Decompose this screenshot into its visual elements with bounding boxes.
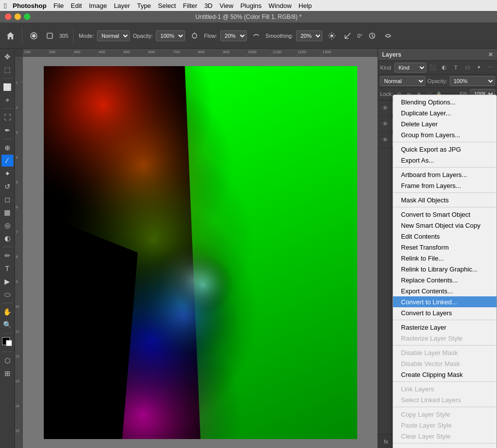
kind-select[interactable]: Kind [395,63,426,73]
context-menu-item-paste-layer-style: Paste Layer Style [393,420,497,431]
menu-select[interactable]: Select [158,2,176,9]
rectangular-marquee-tool[interactable]: ⬜ [1,81,13,93]
add-style-icon[interactable]: fx [381,437,391,447]
clone-stamp-tool[interactable]: ✦ [1,168,13,179]
brush-icon[interactable] [27,29,40,42]
shape-tool[interactable]: ⬭ [1,288,13,300]
svg-text:2: 2 [16,106,18,109]
context-menu-item-artboard-from-layers-[interactable]: Artboard from Layers... [393,169,497,180]
pen-tool[interactable]: ✏ [1,250,13,262]
opacity-select[interactable]: 100% [156,30,185,41]
maximize-button[interactable] [24,13,30,20]
layer-eye-2[interactable]: 👁 [381,120,389,128]
svg-text:5: 5 [16,180,18,184]
context-menu-item-export-contents-[interactable]: Export Contents... [393,285,497,296]
context-menu-item-export-as-[interactable]: Export As... [393,155,497,166]
context-menu-item-convert-to-smart-object[interactable]: Convert to Smart Object [393,209,497,220]
menu-help[interactable]: Help [298,2,312,9]
type-filter-icon[interactable]: T [451,63,461,73]
svg-text:100: 100 [24,50,31,54]
context-menu-item-convert-to-layers[interactable]: Convert to Layers [393,307,497,318]
context-menu-item-quick-export-as-jpg[interactable]: Quick Export as JPG [393,144,497,155]
main-canvas[interactable] [44,66,357,439]
blend-mode-select[interactable]: Normal [380,76,425,86]
spot-healing-tool[interactable]: ⊕ [1,142,13,154]
context-menu-item-duplicate-layer-[interactable]: Duplicate Layer... [393,107,497,118]
smoothing-icon[interactable] [250,29,263,42]
context-menu-item-convert-to-linked-[interactable]: Convert to Linked... [393,296,497,307]
crop-tool[interactable]: ⛶ [1,111,13,123]
more-icon[interactable]: ⋯ [485,63,495,73]
layer-eye-3[interactable]: 👁 [381,136,389,144]
layer-eye-1[interactable]: 👁 [381,104,389,112]
minimize-button[interactable] [14,13,21,20]
brush-settings-icon[interactable] [43,29,56,42]
context-menu-item-rasterize-layer[interactable]: Rasterize Layer [393,322,497,333]
wacom-icon[interactable] [382,29,395,42]
context-menu-item-edit-contents[interactable]: Edit Contents [393,231,497,242]
menu-file[interactable]: File [53,2,64,9]
context-menu-item-create-clipping-mask[interactable]: Create Clipping Mask [393,369,497,380]
svg-point-3 [193,33,197,38]
shape-filter-icon[interactable]: ⬭ [462,63,472,73]
menu-3d[interactable]: 3D [204,2,213,9]
smoothing-label: Smoothing: [266,33,294,39]
gradient-tool[interactable]: ▦ [1,206,13,218]
eraser-tool[interactable]: ◻ [1,193,13,205]
panel-close-icon[interactable]: ✕ [488,51,493,58]
pixel-filter-icon[interactable]: ⬛ [428,63,438,73]
menu-view[interactable]: View [219,2,233,9]
dodge-tool[interactable]: ◐ [1,232,13,244]
close-button[interactable] [5,13,11,20]
opacity-select[interactable]: 100% [450,76,495,86]
zoom-tool[interactable]: 🔍 [1,319,13,331]
blur-tool[interactable]: ◎ [1,219,13,231]
menu-type[interactable]: Type [137,2,151,9]
context-menu-item-group-from-layers-[interactable]: Group from Layers... [393,129,497,140]
menu-layer[interactable]: Layer [114,2,130,9]
flow-select[interactable]: 20% [220,30,247,41]
angle-icon[interactable] [341,29,354,42]
app-name[interactable]: Photoshop [12,2,46,9]
menu-image[interactable]: Image [89,2,107,9]
settings-icon[interactable] [325,29,338,42]
foreground-background-colors[interactable] [1,336,14,349]
context-menu-item-frame-from-layers-[interactable]: Frame from Layers... [393,180,497,191]
context-menu-item-mask-all-objects[interactable]: Mask All Objects [393,194,497,205]
brush-size-label: 305 [59,33,68,39]
menu-window[interactable]: Window [269,2,292,9]
airbrush-icon[interactable] [188,29,201,42]
hand-tool[interactable]: ✋ [1,306,13,318]
move-tool[interactable]: ✥ [1,51,13,63]
menu-filter[interactable]: Filter [183,2,198,9]
context-menu-item-new-smart-object-via-copy[interactable]: New Smart Object via Copy [393,220,497,231]
menu-plugins[interactable]: Plugins [240,2,262,9]
apple-menu[interactable]:  [4,1,6,10]
context-menu-item-delete-layer[interactable]: Delete Layer [393,118,497,129]
context-menu-item-relink-to-library-graphic-[interactable]: Relink to Library Graphic... [393,264,497,274]
context-menu-item-relink-to-file-[interactable]: Relink to File... [393,253,497,264]
svg-rect-2 [47,33,53,38]
smart-filter-icon[interactable]: ✦ [474,63,484,73]
context-menu-item-disable-vector-mask: Disable Vector Mask [393,358,497,369]
smoothing-select[interactable]: 20% [296,30,322,41]
path-selection-tool[interactable]: ▶ [1,275,13,287]
home-icon[interactable] [4,29,17,42]
context-menu-item-reset-transform[interactable]: Reset Transform [393,242,497,253]
menu-edit[interactable]: Edit [71,2,82,9]
traffic-lights [5,13,30,20]
type-tool[interactable]: T [1,263,13,274]
quick-mask-mode[interactable]: ⬡ [1,355,13,366]
history-brush-tool[interactable]: ↺ [1,180,13,192]
adjustment-filter-icon[interactable]: ◐ [439,63,449,73]
eyedropper-tool[interactable]: ✒ [1,124,13,136]
screen-mode[interactable]: ⊞ [1,367,13,379]
context-menu-item-replace-contents-[interactable]: Replace Contents... [393,274,497,285]
mode-select[interactable]: Normal [97,30,130,41]
pressure-icon[interactable] [366,29,379,42]
svg-point-5 [331,34,333,37]
brush-tool active[interactable]: ∕ [1,155,13,167]
artboard-tool[interactable]: ⬚ [1,64,13,76]
lasso-tool[interactable]: ⌖ [1,94,13,106]
context-menu-item-blending-options-[interactable]: Blending Options... [393,96,497,107]
